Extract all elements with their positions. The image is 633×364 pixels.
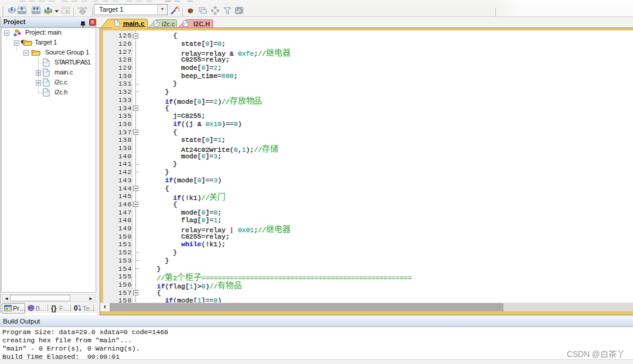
svg-text:LOAD: LOAD <box>78 6 87 10</box>
svg-text:?: ? <box>30 307 33 311</box>
